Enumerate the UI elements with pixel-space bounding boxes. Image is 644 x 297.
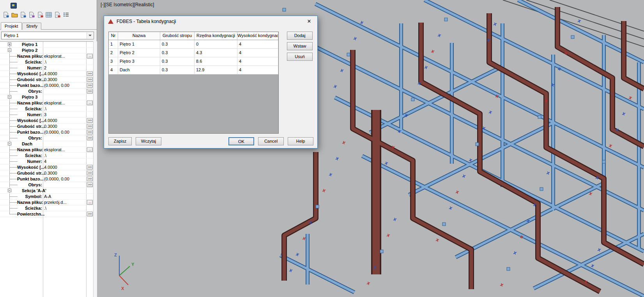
expand-value-button[interactable]: >> [87, 177, 93, 181]
table-cell[interactable]: Piętro 1 [118, 40, 160, 48]
table-header-cell[interactable]: Grubość stropu [160, 32, 195, 40]
tree-item-value[interactable]: (0.0000, 0.00 [44, 176, 86, 182]
tree-item-row[interactable]: Punkt bazo...(0.0000, 0.00>> [0, 176, 93, 182]
close-icon[interactable]: ✕ [301, 16, 317, 27]
open-folder-icon[interactable] [11, 12, 18, 18]
tree-expander-icon[interactable]: + [8, 42, 11, 46]
tree-item-value[interactable]: .\ [44, 59, 86, 65]
browse-button[interactable]: ... [87, 101, 93, 105]
table-cell[interactable]: 12.9 [195, 66, 237, 74]
tree-item-row[interactable]: Punkt bazo...(0.0000, 0.00>> [0, 83, 93, 88]
tree-item-value[interactable]: eksplorat... [44, 147, 86, 152]
tree-item-row[interactable]: Wysokość [...4.0000>> [0, 71, 93, 77]
tree-item-row[interactable]: Ścieżka:.\ [0, 59, 93, 65]
tree-item-value[interactable]: 0.3000 [44, 124, 86, 129]
table-header-cell[interactable]: Nazwa [118, 32, 160, 40]
table-cell[interactable]: 1 [109, 40, 118, 48]
new-document-icon[interactable] [3, 12, 9, 18]
floor-select[interactable]: Piętro 1 [1, 32, 94, 39]
tree-item-row[interactable]: Obrys:>> [0, 88, 93, 94]
tree-item-value[interactable]: 0.3000 [44, 170, 86, 176]
tree-item-row[interactable]: Numer:2 [0, 65, 93, 71]
tab-projekt[interactable]: Projekt [1, 22, 22, 30]
tree-item-row[interactable]: Ścieżka:.\ [0, 205, 93, 211]
list-icon[interactable] [63, 12, 69, 18]
tree-item-value[interactable]: 2 [44, 65, 86, 71]
expand-value-button[interactable]: >> [87, 165, 93, 170]
tree-group-row[interactable]: −Dach [0, 141, 93, 147]
table-cell[interactable]: 3 [109, 57, 118, 65]
expand-value-button[interactable]: >> [87, 71, 93, 76]
help-button[interactable]: Help [288, 137, 313, 145]
tree-item-row[interactable]: Wysokość [...4.0000>> [0, 118, 93, 124]
table-row[interactable]: 1Piętro 10.304 [109, 40, 278, 49]
tree-expander-icon[interactable]: − [8, 95, 11, 99]
table-row[interactable]: 3Piętro 30.38.64 [109, 57, 278, 66]
tree-expander-icon[interactable]: − [8, 142, 11, 145]
tree-item-row[interactable]: Nazwa pliku:eksplorat...... [0, 53, 93, 59]
tree-item-value[interactable]: 4 [44, 159, 86, 164]
expand-value-button[interactable]: >> [87, 77, 93, 82]
tree-item-value[interactable]: .\ [44, 153, 86, 158]
zapisz-button[interactable]: Zapisz [108, 137, 132, 145]
table-header-cell[interactable]: Wysokość kondygnacji [237, 32, 278, 40]
table-cell[interactable]: 4 [237, 66, 278, 74]
tree-item-value[interactable]: .\ [44, 106, 86, 111]
expand-value-button[interactable]: >> [87, 83, 93, 88]
tree-item-row[interactable]: Powierzchn...>> [0, 211, 93, 217]
panel-menu-icon[interactable] [11, 3, 17, 9]
storey-table[interactable]: NrNazwaGrubość stropuRzędna kondygnacjiW… [108, 32, 279, 134]
tree-item-row[interactable]: Nazwa pliku:eksplorat...... [0, 147, 93, 153]
expand-value-button[interactable]: >> [87, 124, 93, 129]
tab-strefy[interactable]: Strefy [22, 23, 41, 30]
tree-expander-icon[interactable]: − [8, 189, 11, 192]
expand-value-button[interactable]: >> [87, 130, 93, 134]
tree-item-value[interactable]: 0.3000 [44, 77, 86, 82]
table-cell[interactable]: 0.3 [160, 40, 195, 48]
table-cell[interactable]: 4 [109, 66, 118, 74]
tree-item-row[interactable]: Obrys:>> [0, 182, 93, 188]
table-row[interactable]: 4Dach0.312.94 [109, 66, 278, 74]
tree-item-value[interactable]: .\ [44, 205, 86, 211]
tree-expander-icon[interactable]: − [8, 48, 11, 52]
tree-item-row[interactable]: Ścieżka:.\ [0, 153, 93, 159]
document-check-icon[interactable] [54, 12, 61, 18]
table-cell[interactable]: 4 [237, 49, 278, 57]
table-cell[interactable]: 4 [237, 40, 278, 48]
table-cell[interactable]: 0.3 [160, 57, 195, 65]
tree-item-row[interactable]: Grubość str...0.3000>> [0, 124, 93, 129]
table-cell[interactable]: Dach [118, 66, 160, 74]
table-cell[interactable]: 4 [237, 57, 278, 65]
tree-item-row[interactable]: Wysokość [...4.0000>> [0, 164, 93, 170]
table-cell[interactable]: 0.3 [160, 66, 195, 74]
tree-item-row[interactable]: Nazwa pliku:eksplorat...... [0, 100, 93, 106]
tree-item-value[interactable]: eksplorat... [44, 53, 86, 59]
table-cell[interactable]: 2 [109, 49, 118, 57]
tree-group-row[interactable]: −Piętro 2 [0, 48, 93, 53]
tree-item-row[interactable]: Grubość str...0.3000>> [0, 170, 93, 176]
wstaw-button[interactable]: Wstaw [287, 42, 313, 50]
expand-value-button[interactable]: >> [87, 136, 93, 140]
tree-item-row[interactable]: Numer:3 [0, 112, 93, 118]
tree-group-row[interactable]: +Piętro 1 [0, 42, 93, 48]
tree-item-row[interactable]: Grubość str...0.3000>> [0, 77, 93, 83]
tree-item-value[interactable]: (0.0000, 0.00 [44, 129, 86, 135]
tree-item-row[interactable]: Nazwa pliku:przekrój.d...... [0, 200, 93, 205]
table-row[interactable]: 2Piętro 20.34.34 [109, 49, 278, 57]
dropdown-arrow-icon[interactable] [87, 32, 93, 39]
copy-document-icon[interactable] [28, 12, 35, 18]
tree-group-row[interactable]: −Piętro 3 [0, 94, 93, 100]
table-cell[interactable]: 8.6 [195, 57, 237, 65]
tree-group-row[interactable]: −Sekcja 'A-A' [0, 188, 93, 194]
table-header-cell[interactable]: Rzędna kondygnacji [195, 32, 237, 40]
tree-item-row[interactable]: Obrys:>> [0, 135, 93, 141]
table-cell[interactable]: Piętro 2 [118, 49, 160, 57]
table-header-cell[interactable]: Nr [109, 32, 118, 40]
tree-scrollbar[interactable] [93, 41, 97, 297]
table-cell[interactable]: Piętro 3 [118, 57, 160, 65]
dialog-titlebar[interactable]: FDBES - Tabela kondygnacji ✕ [104, 16, 317, 27]
tree-item-value[interactable]: przekrój.d... [44, 200, 86, 205]
dodaj-button[interactable]: Dodaj [287, 32, 313, 40]
tree-item-value[interactable]: 3 [44, 112, 86, 117]
tree-item-value[interactable]: 4.0000 [44, 118, 86, 123]
